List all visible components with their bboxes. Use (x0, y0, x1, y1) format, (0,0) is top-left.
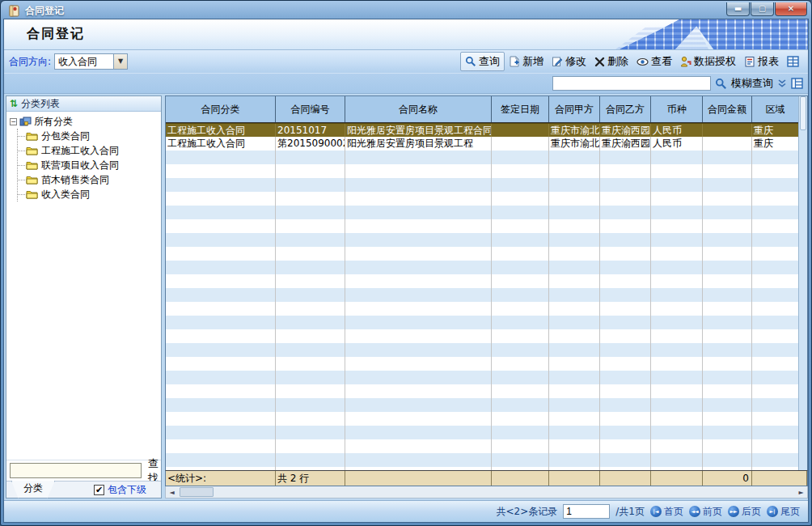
category-panel: ⇅ 分类列表 − 所有分类 (6, 95, 162, 498)
category-tree: − 所有分类 (6, 112, 161, 460)
collapse-icon[interactable]: − (10, 118, 17, 125)
category-find-row: 查找 (6, 460, 161, 481)
grid-view-button[interactable] (783, 54, 803, 69)
cell-party-b: 重庆渝西园林 (600, 137, 651, 151)
folder-icon (26, 189, 38, 199)
col-header-sign-date[interactable]: 签定日期 (492, 96, 549, 122)
table-row[interactable]: 工程施工收入合同 20151017 阳光雅居安置房项目景观工程合同 重庆市渝北区… (166, 123, 798, 137)
table-row[interactable]: 工程施工收入合同 第2015090002<号 阳光雅居安置房项目景观工程 重庆市… (166, 137, 798, 151)
report-button[interactable]: 报表 (740, 53, 783, 70)
category-find-input[interactable] (10, 463, 142, 478)
table-row-empty (166, 164, 798, 178)
tree-item-label: 苗木销售类合同 (41, 173, 109, 187)
delete-button[interactable]: 删除 (590, 53, 632, 70)
table-row-empty (166, 178, 798, 192)
table-row-empty (166, 151, 798, 164)
tree-item-joint-venture-income[interactable]: 联营项目收入合同 (18, 158, 161, 172)
tree-item-construction-income[interactable]: 工程施工收入合同 (18, 143, 161, 158)
contract-direction-label: 合同方向: (9, 55, 51, 69)
chevron-double-down-icon[interactable] (777, 78, 787, 88)
fuzzy-search-label[interactable]: 模糊查询 (731, 76, 773, 91)
building-graphic (594, 19, 808, 49)
tree-children: 分包类合同 工程施工收入合同 (17, 129, 161, 201)
table-row-empty (166, 274, 798, 288)
col-header-contract-number[interactable]: 合同编号 (276, 96, 345, 122)
new-document-icon (509, 56, 520, 67)
next-page-button[interactable]: ►► 后页 (728, 505, 761, 519)
add-button[interactable]: 新增 (505, 53, 548, 70)
cell-sign-date (492, 137, 549, 151)
table-row-empty (166, 384, 798, 398)
tree-item-label: 联营项目收入合同 (41, 159, 119, 172)
edit-button[interactable]: 修改 (548, 53, 590, 70)
horizontal-scrollbar-thumb[interactable] (180, 487, 214, 497)
query-button[interactable]: 查询 (460, 52, 505, 71)
col-header-contract-amount[interactable]: 合同金额 (703, 96, 752, 122)
vertical-scrollbar[interactable] (798, 96, 807, 470)
cell-sign-date (492, 124, 549, 137)
view-button[interactable]: 查看 (632, 53, 676, 70)
grid-icon (787, 56, 799, 67)
include-sublevel-checkbox[interactable]: ✔ 包含下级 (94, 483, 146, 497)
table-row-empty (166, 439, 798, 453)
first-page-icon: |◄ (650, 506, 662, 517)
first-page-label: 首页 (664, 505, 683, 519)
tree-root-all-categories[interactable]: − 所有分类 (10, 114, 161, 129)
table-row-empty (166, 357, 798, 371)
col-header-party-b[interactable]: 合同乙方 (600, 96, 651, 122)
table-row-empty (166, 329, 798, 343)
scroll-left-icon[interactable]: ◄ (166, 487, 178, 498)
table-row-empty (166, 316, 798, 329)
folder-icon (26, 131, 38, 141)
page-header: 合同登记 (4, 19, 808, 50)
contract-direction-dropdown[interactable]: 收入合同 ▼ (54, 53, 128, 70)
total-pages-label: /共1页 (615, 505, 645, 519)
col-header-contract-name[interactable]: 合同名称 (345, 96, 492, 122)
scroll-right-icon[interactable]: ► (795, 487, 807, 498)
chevron-down-icon[interactable]: ▼ (113, 54, 127, 69)
first-page-button[interactable]: |◄ 首页 (650, 505, 683, 519)
checkbox-check-icon[interactable]: ✔ (94, 485, 104, 495)
tree-item-label: 收入类合同 (41, 188, 90, 201)
fuzzy-search-input[interactable] (552, 76, 711, 91)
col-header-currency[interactable]: 币种 (651, 96, 703, 122)
tree-item-subcontract[interactable]: 分包类合同 (18, 129, 161, 143)
next-page-label: 后页 (742, 505, 761, 519)
table-row-empty (166, 371, 798, 384)
refresh-icon[interactable]: ⇅ (10, 98, 18, 109)
folder-icon (26, 146, 38, 155)
prev-page-button[interactable]: ◄◄ 前页 (689, 505, 722, 519)
tab-category[interactable]: 分类 (11, 481, 55, 498)
tree-item-seedling-sales[interactable]: 苗木销售类合同 (18, 172, 161, 187)
toolbar-search: 模糊查询 (4, 74, 808, 94)
category-panel-header: ⇅ 分类列表 (6, 96, 161, 112)
close-button[interactable]: ✕ (775, 2, 807, 16)
layout-grid-icon[interactable] (791, 78, 803, 89)
search-icon (465, 56, 476, 67)
cell-currency: 人民币 (651, 124, 703, 137)
app-icon (8, 5, 21, 17)
page-number-input[interactable] (563, 504, 610, 519)
table-row-empty (166, 302, 798, 316)
maximize-button[interactable]: ▢ (751, 2, 774, 16)
cell-contract-amount (703, 124, 752, 137)
col-header-party-a[interactable]: 合同甲方 (549, 96, 600, 122)
vertical-scrollbar-thumb[interactable] (800, 96, 806, 130)
col-header-contract-category[interactable]: 合同分类 (166, 96, 276, 122)
search-icon[interactable] (715, 78, 727, 90)
minimize-button[interactable]: ▬ (726, 2, 750, 16)
tree-item-income-category[interactable]: 收入类合同 (18, 187, 161, 201)
data-auth-button[interactable]: 数据授权 (676, 53, 740, 70)
cell-contract-amount (703, 137, 752, 151)
last-page-button[interactable]: ►| 尾页 (767, 505, 800, 519)
cell-contract-name: 阳光雅居安置房项目景观工程合同 (345, 124, 492, 137)
records-count-label: 共<2>条记录 (497, 505, 558, 519)
col-header-region[interactable]: 区域 (752, 96, 798, 122)
building-graphic-back (565, 24, 711, 50)
horizontal-scrollbar[interactable]: ◄ ► (165, 486, 808, 498)
edit-button-label: 修改 (565, 54, 586, 69)
cell-party-a: 重庆市渝北区 (549, 124, 600, 137)
stats-label: <统计>: (166, 471, 276, 486)
query-button-label: 查询 (479, 54, 500, 69)
table-row-empty (166, 398, 798, 412)
